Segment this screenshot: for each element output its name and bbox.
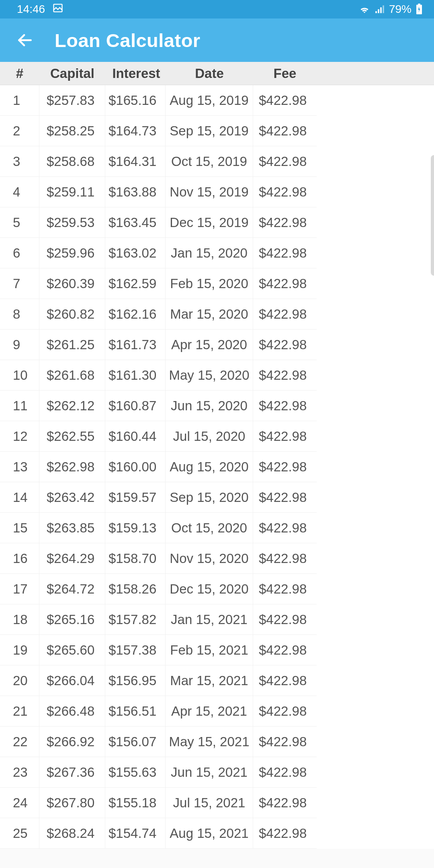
cell-capital: $259.11: [39, 177, 105, 207]
cell-fee: $422.98: [253, 635, 317, 665]
table-row: 10$261.68$161.30May 15, 2020$422.98: [0, 360, 434, 391]
cell-fee: $422.98: [253, 574, 317, 604]
table-row: 16$264.29$158.70Nov 15, 2020$422.98: [0, 543, 434, 574]
cell-date: Jan 15, 2021: [166, 604, 253, 635]
cell-interest: $160.87: [105, 391, 166, 421]
cell-interest: $162.16: [105, 299, 166, 330]
table-body[interactable]: 1$257.83$165.16Aug 15, 2019$422.982$258.…: [0, 85, 434, 849]
cell-num: 19: [0, 635, 39, 665]
cell-capital: $257.83: [39, 85, 105, 116]
cell-capital: $262.55: [39, 421, 105, 452]
cell-capital: $265.16: [39, 604, 105, 635]
cell-interest: $154.74: [105, 818, 166, 849]
status-right: 79%: [358, 3, 423, 16]
cell-fee: $422.98: [253, 513, 317, 543]
cell-num: 11: [0, 391, 39, 421]
cell-capital: $266.92: [39, 727, 105, 757]
cell-num: 18: [0, 604, 39, 635]
cell-fee: $422.98: [253, 116, 317, 146]
cell-num: 7: [0, 268, 39, 299]
cell-date: Nov 15, 2019: [166, 177, 253, 207]
table-row: 6$259.96$163.02Jan 15, 2020$422.98: [0, 238, 434, 268]
cell-date: Apr 15, 2021: [166, 696, 253, 727]
cell-interest: $155.18: [105, 788, 166, 818]
cell-num: 10: [0, 360, 39, 391]
cell-interest: $161.73: [105, 330, 166, 360]
cell-interest: $158.26: [105, 574, 166, 604]
cell-date: Jul 15, 2020: [166, 421, 253, 452]
cell-fee: $422.98: [253, 146, 317, 177]
cell-date: Nov 15, 2020: [166, 543, 253, 574]
table-row: 7$260.39$162.59Feb 15, 2020$422.98: [0, 268, 434, 299]
table-row: 19$265.60$157.38Feb 15, 2021$422.98: [0, 635, 434, 665]
cell-num: 22: [0, 727, 39, 757]
svg-rect-3: [380, 7, 382, 13]
cell-capital: $266.04: [39, 665, 105, 696]
table-row: 1$257.83$165.16Aug 15, 2019$422.98: [0, 85, 434, 116]
cell-fee: $422.98: [253, 238, 317, 268]
cell-fee: $422.98: [253, 85, 317, 116]
cell-fee: $422.98: [253, 177, 317, 207]
table-row: 2$258.25$164.73Sep 15, 2019$422.98: [0, 116, 434, 146]
cell-capital: $267.80: [39, 788, 105, 818]
cell-capital: $258.68: [39, 146, 105, 177]
header-fee: Fee: [253, 66, 317, 81]
cell-interest: $157.82: [105, 604, 166, 635]
cell-interest: $164.73: [105, 116, 166, 146]
cell-num: 17: [0, 574, 39, 604]
cell-interest: $156.07: [105, 727, 166, 757]
table-row: 25$268.24$154.74Aug 15, 2021$422.98: [0, 818, 434, 849]
scroll-indicator[interactable]: [431, 155, 434, 276]
cell-num: 14: [0, 482, 39, 513]
cell-date: Aug 15, 2019: [166, 85, 253, 116]
cell-date: Feb 15, 2021: [166, 635, 253, 665]
cell-date: Sep 15, 2020: [166, 482, 253, 513]
cell-num: 5: [0, 207, 39, 238]
cell-capital: $261.68: [39, 360, 105, 391]
cell-fee: $422.98: [253, 543, 317, 574]
cell-date: May 15, 2021: [166, 727, 253, 757]
cell-num: 13: [0, 452, 39, 482]
table-row: 11$262.12$160.87Jun 15, 2020$422.98: [0, 391, 434, 421]
table-row: 22$266.92$156.07May 15, 2021$422.98: [0, 727, 434, 757]
cell-fee: $422.98: [253, 207, 317, 238]
cell-date: Aug 15, 2020: [166, 452, 253, 482]
cell-fee: $422.98: [253, 421, 317, 452]
cell-date: Sep 15, 2019: [166, 116, 253, 146]
battery-text: 79%: [389, 3, 411, 16]
cell-num: 3: [0, 146, 39, 177]
cell-date: Dec 15, 2019: [166, 207, 253, 238]
cell-date: Feb 15, 2020: [166, 268, 253, 299]
cell-capital: $265.60: [39, 635, 105, 665]
table-row: 9$261.25$161.73Apr 15, 2020$422.98: [0, 330, 434, 360]
table-row: 23$267.36$155.63Jun 15, 2021$422.98: [0, 757, 434, 788]
cell-interest: $160.00: [105, 452, 166, 482]
header-interest: Interest: [105, 66, 166, 81]
table-row: 18$265.16$157.82Jan 15, 2021$422.98: [0, 604, 434, 635]
cell-num: 2: [0, 116, 39, 146]
table-row: 20$266.04$156.95Mar 15, 2021$422.98: [0, 665, 434, 696]
cell-date: Aug 15, 2021: [166, 818, 253, 849]
cell-capital: $259.96: [39, 238, 105, 268]
status-bar: 14:46 79%: [0, 0, 434, 18]
cell-interest: $161.30: [105, 360, 166, 391]
back-button[interactable]: [14, 30, 35, 51]
cell-num: 25: [0, 818, 39, 849]
svg-rect-1: [375, 11, 377, 13]
cell-date: Mar 15, 2021: [166, 665, 253, 696]
picture-icon: [52, 2, 63, 16]
cell-interest: $162.59: [105, 268, 166, 299]
cell-fee: $422.98: [253, 482, 317, 513]
cell-num: 21: [0, 696, 39, 727]
cell-fee: $422.98: [253, 727, 317, 757]
cell-interest: $156.95: [105, 665, 166, 696]
cell-fee: $422.98: [253, 604, 317, 635]
table-row: 3$258.68$164.31Oct 15, 2019$422.98: [0, 146, 434, 177]
table-row: 12$262.55$160.44Jul 15, 2020$422.98: [0, 421, 434, 452]
cell-date: Oct 15, 2019: [166, 146, 253, 177]
cell-fee: $422.98: [253, 665, 317, 696]
cell-fee: $422.98: [253, 788, 317, 818]
cell-date: Apr 15, 2020: [166, 330, 253, 360]
cell-date: Oct 15, 2020: [166, 513, 253, 543]
cell-interest: $163.45: [105, 207, 166, 238]
